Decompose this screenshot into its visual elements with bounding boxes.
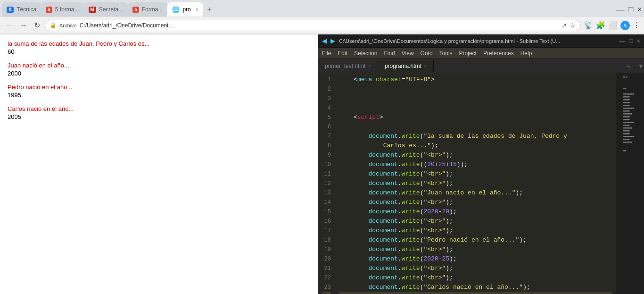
minimap-content: ████ ███ ██████ ████████████████████ ███… [616,73,644,155]
reload-button[interactable]: ↻ [32,20,42,31]
line-num-22: 22 [322,273,331,283]
tab-favicon-tecnica: A [7,7,14,13]
line-numbers: 1 2 3 4 5 6 7 8 9 10 11 12 13 14 15 16 1… [318,73,335,294]
sublime-editor: ◀ ▶ C:\Users\adri_\OneDrive\Documentos\L… [318,34,644,294]
line-num-21: 21 [322,264,331,273]
tab-secreta[interactable]: M Secreta... [84,2,128,17]
section-juan: Juan nació en el año... 2000 [8,62,310,77]
tab-tecnica[interactable]: A Técnica [2,2,41,17]
bookmark-icon[interactable]: ☆ [570,22,576,29]
code-line-1: <meta charset="UTF-8"> [339,75,612,84]
code-line-19: document.write("<br>"); [339,245,612,254]
split-icon[interactable]: ⬜ [608,21,618,30]
line-num-14: 14 [322,198,331,207]
editor-minimize-icon[interactable]: — [619,37,626,44]
minimize-icon[interactable]: — [616,5,625,15]
browser-chrome: A Técnica a 5 forma... M Secreta... a Fo… [0,0,644,34]
nav-extra-icons: 📡 🧩 ⬜ A ⋮ [584,21,640,30]
maximize-icon[interactable]: □ [628,5,634,15]
editor-body[interactable]: 1 2 3 4 5 6 7 8 9 10 11 12 13 14 15 16 1… [318,73,644,294]
editor-tab-programa-close[interactable]: × [424,63,427,68]
tab-label-5forma: 5 forma... [55,6,79,13]
line-num-7: 7 [322,132,331,141]
editor-tab-primer-close[interactable]: × [368,63,371,68]
code-line-5: <script> [339,113,612,122]
tab-pro[interactable]: 🌐 pro × [167,2,203,17]
editor-window-controls: — □ × [619,37,640,44]
menu-find[interactable]: Find [384,50,395,57]
line-num-18: 18 [322,235,331,245]
editor-title-path: C:\Users\adri_\OneDrive\Documentos\Logic… [339,38,616,44]
menu-icon[interactable]: ⋮ [633,21,640,30]
editor-close-icon[interactable]: × [636,37,640,44]
new-tab-button[interactable]: + [203,3,215,16]
close-icon[interactable]: × [637,5,642,15]
editor-maximize-icon[interactable]: □ [629,37,633,44]
code-line-11: document.write("<br>"); [339,169,612,179]
code-line-3 [339,94,612,103]
menu-preferences[interactable]: Preferences [483,50,514,57]
tab-favicon-5forma: a [46,7,52,13]
code-line-9: document.write("<br>"); [339,151,612,160]
code-line-7: document.write("la suma de las edades de… [339,132,612,141]
line-num-8: 8 [322,141,331,151]
line-num-19: 19 [322,245,331,254]
tab-bar: A Técnica a 5 forma... M Secreta... a Fo… [0,0,644,17]
text-suma-value: 60 [8,48,310,55]
text-carlos-value: 2005 [8,113,310,120]
address-bar[interactable]: 🔒 Archivo C:/Users/adri_/OneDrive/Docume… [45,20,581,31]
back-button[interactable]: ← [4,20,15,31]
tab-favicon-pro: 🌐 [172,6,180,13]
menu-project[interactable]: Project [459,50,477,57]
editor-tab-programa-label: programa.html [385,63,421,69]
line-num-2: 2 [322,84,331,94]
line-num-9: 9 [322,151,331,160]
text-juan-label: Juan nació en el año... [8,62,310,69]
editor-tab-programa[interactable]: programa.html × [378,60,434,72]
text-pedro-value: 1995 [8,92,310,99]
cast-icon[interactable]: 📡 [584,21,593,30]
line-num-11: 11 [322,169,331,179]
profile-icon[interactable]: A [620,21,630,30]
menu-view[interactable]: View [402,50,414,57]
menu-tools[interactable]: Tools [439,50,453,57]
editor-tabs-arrow[interactable]: ▼ [637,62,644,70]
editor-tab-primer[interactable]: primer_test.html × [318,60,378,72]
tab-close-pro[interactable]: × [196,7,198,12]
tab-favicon-forma: a [132,7,139,13]
code-line-23: document.write("Carlos nació en el año..… [339,283,612,292]
extension-icon[interactable]: 🧩 [596,21,605,30]
code-line-17: document.write("<br>"); [339,226,612,235]
menu-edit[interactable]: Edit [338,50,347,57]
tab-label-secreta: Secreta... [99,6,123,13]
code-line-24: document.write("<br>"); [339,292,612,294]
text-carlos-label: Carlos nació en el año... [8,105,310,112]
section-suma: la suma de las edades de Juan, Pedro y C… [8,40,310,55]
editor-nav-left[interactable]: ◀ [322,37,327,44]
share-icon[interactable]: ↗ [561,22,567,29]
editor-tabs: primer_test.html × programa.html × + ▼ [318,59,644,73]
editor-nav-right[interactable]: ▶ [330,37,335,44]
line-num-15: 15 [322,207,331,217]
tab-forma[interactable]: a Forma... [128,2,167,17]
line-num-1: 1 [322,75,331,84]
line-num-20: 20 [322,254,331,264]
code-area[interactable]: <meta charset="UTF-8"> <script> document… [335,73,616,294]
tab-5forma[interactable]: a 5 forma... [41,2,83,17]
menu-help[interactable]: Help [520,50,532,57]
editor-titlebar: ◀ ▶ C:\Users\adri_\OneDrive\Documentos\L… [318,34,644,48]
menu-goto[interactable]: Goto [421,50,433,57]
line-num-6: 6 [322,122,331,132]
code-line-4 [339,103,612,113]
text-pedro-label: Pedro nació en el año... [8,84,310,91]
forward-button[interactable]: → [18,20,29,31]
line-num-12: 12 [322,179,331,188]
code-line-16: document.write("<br>"); [339,217,612,226]
menu-file[interactable]: File [322,50,331,57]
code-line-13: document.write("Juan nacio en el año..."… [339,188,612,198]
menu-selection[interactable]: Selection [354,50,377,57]
line-num-3: 3 [322,94,331,103]
line-num-13: 13 [322,188,331,198]
editor-tabs-add-button[interactable]: + [622,60,636,72]
tab-label-forma: Forma... [142,6,163,13]
